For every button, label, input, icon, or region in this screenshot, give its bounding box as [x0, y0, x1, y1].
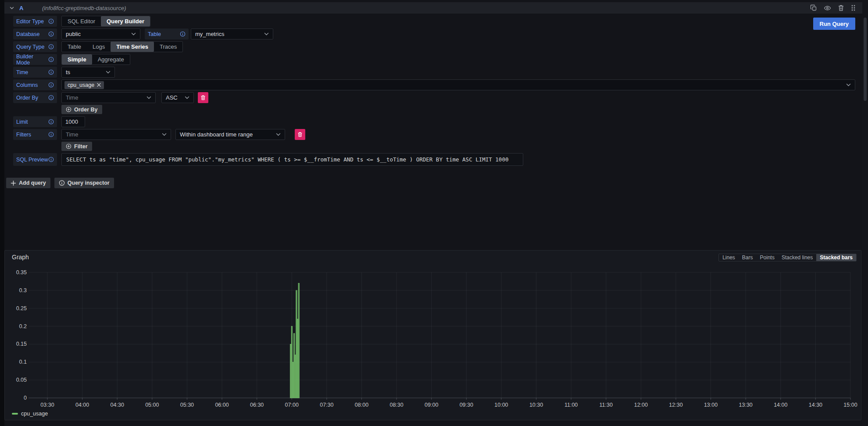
- y-tick-label: 0.2: [19, 323, 27, 329]
- editor-type-option-query-builder[interactable]: Query Builder: [101, 16, 150, 26]
- bar[interactable]: [294, 333, 295, 398]
- x-tick-label: 07:30: [320, 402, 333, 408]
- order-by-row: Order By Time ASC: [13, 92, 855, 103]
- x-tick-label: 08:30: [389, 402, 403, 408]
- query-type-row: Query Type Table Logs Time Series Traces: [13, 41, 855, 52]
- time-series-chart[interactable]: 00.050.10.150.20.250.30.3503:3004:0004:3…: [7, 264, 859, 409]
- column-chip: cpu_usage: [64, 81, 104, 89]
- x-tick-label: 04:30: [111, 402, 124, 408]
- info-icon[interactable]: [180, 31, 186, 37]
- x-tick-label: 12:00: [634, 402, 648, 408]
- trash-icon: [297, 132, 303, 137]
- columns-multiselect[interactable]: cpu_usage: [61, 79, 855, 90]
- editor-type-switch: SQL Editor Query Builder: [61, 16, 150, 27]
- bar[interactable]: [298, 283, 299, 398]
- database-select[interactable]: public: [61, 29, 140, 39]
- chevron-down-icon: [131, 32, 136, 36]
- scrollbar-thumb[interactable]: [864, 18, 867, 101]
- sql-preview-row: SQL Preview SELECT ts as "time", cpu_usa…: [13, 153, 855, 166]
- datasource-name: (info8fcc-greptimedb-datasource): [42, 5, 126, 11]
- remove-column-icon[interactable]: [97, 83, 101, 87]
- graph-mode-stacked-lines[interactable]: Stacked lines: [778, 254, 816, 261]
- filter-range-select[interactable]: Within dashboard time range: [175, 129, 285, 140]
- legend-series-label[interactable]: cpu_usage: [21, 411, 48, 417]
- limit-input[interactable]: [61, 116, 85, 127]
- info-icon[interactable]: [48, 69, 54, 75]
- bar[interactable]: [290, 344, 291, 398]
- info-icon[interactable]: [48, 132, 54, 137]
- order-by-column-select[interactable]: Time: [61, 92, 156, 103]
- hide-response-eye-icon[interactable]: [824, 4, 831, 12]
- info-circle-icon: [59, 180, 65, 186]
- info-icon[interactable]: [48, 18, 54, 24]
- x-axis-labels: 03:3004:0004:3005:0005:3006:0006:3007:00…: [40, 402, 857, 408]
- remove-order-by-button[interactable]: [198, 92, 208, 103]
- info-icon[interactable]: [48, 119, 54, 125]
- plus-circle-icon: [66, 143, 71, 149]
- x-tick-label: 10:00: [494, 402, 508, 408]
- drag-handle-icon[interactable]: [851, 4, 855, 11]
- info-icon[interactable]: [48, 44, 54, 50]
- builder-mode-option-simple[interactable]: Simple: [62, 54, 92, 64]
- x-tick-label: 11:00: [564, 402, 578, 408]
- info-icon[interactable]: [48, 31, 54, 37]
- x-tick-label: 04:00: [75, 402, 89, 408]
- add-filter-button[interactable]: Filter: [61, 142, 92, 151]
- graph-panel: Graph Lines Bars Points Stacked lines St…: [4, 250, 861, 420]
- chevron-down-icon: [106, 71, 111, 74]
- table-select[interactable]: my_metrics: [191, 29, 273, 39]
- add-order-by-row: Order By: [61, 105, 855, 114]
- limit-row: Limit: [13, 116, 855, 127]
- duplicate-query-icon[interactable]: [810, 4, 817, 11]
- query-inspector-button[interactable]: Query inspector: [54, 178, 114, 188]
- bar[interactable]: [297, 319, 298, 398]
- add-query-button[interactable]: Add query: [6, 178, 50, 188]
- bar[interactable]: [296, 290, 297, 398]
- graph-mode-lines[interactable]: Lines: [719, 254, 739, 261]
- limit-label: Limit: [13, 116, 57, 127]
- query-ref-id[interactable]: A: [19, 5, 42, 11]
- y-tick-label: 0.1: [19, 359, 27, 365]
- legend-swatch: [12, 413, 18, 415]
- bar[interactable]: [295, 355, 296, 398]
- collapse-query-icon[interactable]: [9, 5, 18, 11]
- x-tick-label: 05:00: [145, 402, 159, 408]
- info-icon[interactable]: [48, 157, 54, 162]
- time-label: Time: [13, 67, 57, 78]
- x-tick-label: 15:00: [843, 402, 857, 408]
- bar[interactable]: [291, 326, 292, 398]
- graph-mode-switch: Lines Bars Points Stacked lines Stacked …: [718, 254, 857, 261]
- builder-mode-option-aggregate[interactable]: Aggregate: [92, 54, 130, 64]
- query-type-option-logs[interactable]: Logs: [87, 42, 111, 52]
- x-tick-label: 14:30: [809, 402, 822, 408]
- editor-type-option-sql-editor[interactable]: SQL Editor: [62, 16, 101, 26]
- chevron-down-icon: [276, 133, 281, 136]
- info-icon[interactable]: [48, 95, 54, 100]
- series-bars: [290, 283, 300, 398]
- query-type-option-time-series[interactable]: Time Series: [111, 42, 154, 52]
- filter-column-select[interactable]: Time: [61, 129, 171, 140]
- query-type-option-table[interactable]: Table: [62, 42, 87, 52]
- y-axis-labels: 00.050.10.150.20.250.30.35: [16, 269, 27, 401]
- x-tick-label: 06:30: [250, 402, 264, 408]
- plus-circle-icon: [66, 107, 71, 112]
- trash-icon: [200, 95, 206, 100]
- scrollbar-track[interactable]: [862, 0, 868, 426]
- remove-filter-button[interactable]: [295, 129, 305, 140]
- add-filter-row: Filter: [61, 142, 855, 151]
- query-type-option-traces[interactable]: Traces: [154, 42, 182, 52]
- delete-query-icon[interactable]: [838, 4, 844, 11]
- add-order-by-button[interactable]: Order By: [61, 105, 102, 114]
- info-icon[interactable]: [48, 57, 54, 62]
- x-tick-label: 05:30: [180, 402, 194, 408]
- graph-mode-stacked-bars[interactable]: Stacked bars: [816, 254, 856, 261]
- chevron-down-icon: [846, 83, 851, 86]
- info-icon[interactable]: [48, 82, 54, 88]
- order-by-direction-select[interactable]: ASC: [161, 92, 194, 103]
- query-edit-section: A (info8fcc-greptimedb-datasource) Run Q…: [4, 0, 862, 426]
- bar[interactable]: [293, 362, 293, 398]
- graph-mode-points[interactable]: Points: [757, 254, 778, 261]
- graph-mode-bars[interactable]: Bars: [739, 254, 757, 261]
- time-column-select[interactable]: ts: [61, 67, 115, 78]
- query-type-switch: Table Logs Time Series Traces: [61, 41, 183, 52]
